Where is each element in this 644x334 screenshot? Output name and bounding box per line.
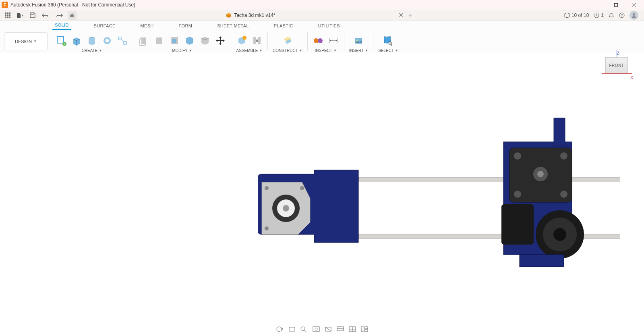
home-button[interactable] [68, 11, 77, 20]
maximize-button[interactable] [607, 0, 625, 10]
sweep-icon[interactable] [101, 35, 113, 46]
extrude-icon[interactable] [71, 35, 82, 46]
group-assemble: ASSEMBLE▼ [232, 30, 267, 53]
document-name: Tacha 3d mk1 v14* [234, 12, 275, 18]
app-title: Autodesk Fusion 360 (Personal - Not for … [10, 2, 135, 8]
svg-text:+: + [63, 42, 65, 46]
svg-point-66 [315, 328, 317, 330]
revolve-icon[interactable] [86, 35, 97, 46]
group-select: SELECT▼ [374, 30, 402, 53]
svg-rect-18 [57, 37, 64, 43]
document-icon [226, 12, 232, 18]
insert-icon[interactable] [353, 35, 364, 46]
pan-icon[interactable] [288, 326, 296, 332]
look-at-icon[interactable] [324, 326, 332, 332]
svg-rect-75 [365, 327, 368, 329]
close-button[interactable] [625, 0, 642, 10]
svg-point-59 [553, 228, 566, 241]
svg-rect-1 [614, 3, 617, 6]
undo-button[interactable] [39, 11, 52, 20]
canvas[interactable]: Z FRONT X [0, 53, 644, 334]
svg-rect-60 [520, 255, 564, 267]
draft-icon[interactable] [199, 35, 211, 46]
fit-icon[interactable] [312, 326, 320, 332]
select-icon[interactable] [383, 35, 394, 46]
tab-sheet-metal[interactable]: SHEET METAL [215, 22, 251, 30]
tab-utilities[interactable]: UTILITIES [316, 22, 342, 30]
shell-icon[interactable] [184, 35, 195, 46]
axis-z-label: Z [617, 51, 619, 56]
svg-point-30 [256, 39, 258, 42]
tab-surface[interactable]: SURFACE [91, 22, 118, 30]
data-panel-button[interactable] [3, 11, 12, 20]
tab-plastic[interactable]: PLASTIC [271, 22, 296, 30]
tab-mesh[interactable]: MESH [138, 22, 156, 30]
svg-rect-76 [365, 330, 368, 332]
grid-icon[interactable] [348, 326, 356, 332]
window-titlebar: F Autodesk Fusion 360 (Personal - Not fo… [0, 0, 644, 10]
chamfer-icon[interactable] [169, 35, 180, 46]
svg-rect-24 [118, 37, 121, 40]
svg-point-42 [265, 226, 269, 230]
tab-solid[interactable]: SOLID [52, 21, 71, 30]
joint-icon[interactable] [251, 35, 263, 46]
tab-close-button[interactable]: ✕ [398, 12, 404, 19]
document-tab[interactable]: Tacha 3d mk1 v14* [226, 12, 275, 18]
svg-point-61 [277, 327, 282, 332]
user-avatar[interactable] [630, 11, 638, 20]
new-tab-button[interactable]: + [406, 11, 415, 20]
zoom-icon[interactable] [300, 326, 308, 332]
extensions-button[interactable]: 10 of 10 [564, 12, 589, 18]
measure-icon[interactable] [313, 35, 324, 46]
construct-plane-icon[interactable] [282, 35, 293, 46]
group-create: + CREATE▼ [52, 30, 132, 53]
quick-access-toolbar: Tacha 3d mk1 v14* ✕ + 10 of 10 1 ? [0, 10, 644, 21]
svg-point-41 [265, 186, 269, 190]
press-pull-icon[interactable] [138, 35, 149, 46]
svg-rect-8 [7, 15, 8, 16]
app-icon: F [2, 2, 8, 8]
save-button[interactable] [28, 11, 37, 20]
group-modify: MODIFY▼ [134, 30, 230, 53]
svg-point-23 [106, 39, 109, 42]
orbit-icon[interactable] [276, 326, 284, 332]
redo-button[interactable] [53, 11, 66, 20]
help-button[interactable]: ? [619, 12, 625, 18]
notifications-button[interactable] [609, 12, 614, 18]
svg-point-29 [242, 36, 246, 40]
fillet-icon[interactable] [153, 35, 165, 46]
svg-point-43 [300, 186, 304, 190]
svg-rect-65 [313, 327, 319, 332]
workspace-switcher[interactable]: DESIGN▼ [4, 32, 48, 50]
svg-rect-28 [172, 39, 176, 43]
viewcube[interactable]: Z FRONT X [605, 57, 628, 73]
svg-point-46 [283, 205, 289, 212]
sketch-icon[interactable]: + [56, 35, 67, 46]
group-construct: CONSTRUCT▼ [269, 30, 306, 53]
svg-rect-25 [124, 41, 126, 44]
file-menu[interactable] [14, 11, 27, 20]
minimize-button[interactable] [589, 0, 607, 10]
svg-rect-6 [9, 12, 10, 14]
svg-rect-74 [361, 327, 364, 332]
svg-point-52 [514, 191, 521, 198]
svg-line-64 [304, 330, 306, 332]
svg-point-50 [514, 152, 521, 160]
move-icon[interactable] [215, 35, 226, 46]
svg-rect-56 [501, 204, 534, 245]
ribbon: DESIGN▼ + CREATE▼ MODIFY▼ ASSEMBLE▼ [0, 30, 644, 53]
svg-rect-10 [5, 17, 6, 18]
svg-point-32 [318, 38, 323, 43]
viewports-icon[interactable] [360, 326, 369, 332]
svg-rect-12 [9, 17, 10, 18]
loft-icon[interactable] [117, 35, 128, 46]
svg-point-51 [560, 152, 567, 160]
svg-rect-11 [7, 17, 8, 18]
svg-rect-9 [9, 15, 10, 16]
dimension-icon[interactable] [328, 35, 339, 46]
new-component-icon[interactable] [236, 35, 247, 46]
tab-form[interactable]: FORM [176, 22, 195, 30]
model-preview [258, 118, 620, 279]
display-icon[interactable] [336, 326, 344, 332]
job-status-button[interactable]: 1 [594, 12, 604, 18]
